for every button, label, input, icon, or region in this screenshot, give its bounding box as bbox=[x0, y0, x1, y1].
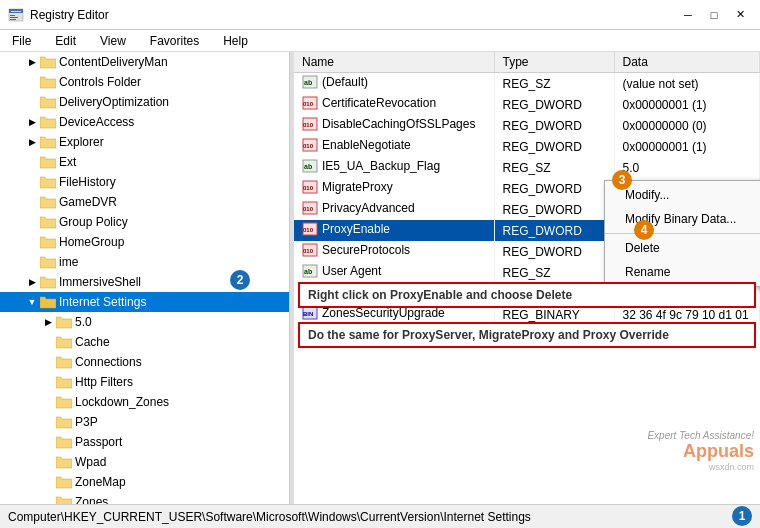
tree-item-connections[interactable]: Connections bbox=[0, 352, 289, 372]
folder-icon-50 bbox=[56, 315, 72, 329]
tree-item-zones[interactable]: Zones bbox=[0, 492, 289, 504]
folder-icon-ime bbox=[40, 255, 56, 269]
badge-1: 1 bbox=[732, 506, 752, 526]
arrow-immersiveshell: ▶ bbox=[24, 274, 40, 290]
title-bar: Registry Editor ─ □ ✕ bbox=[0, 0, 760, 30]
reg-name-label: IE5_UA_Backup_Flag bbox=[322, 159, 440, 173]
reg-name-cell: abIE5_UA_Backup_Flag bbox=[294, 157, 494, 178]
tree-label-deviceaccess: DeviceAccess bbox=[59, 115, 134, 129]
context-menu: Modify... Modify Binary Data... Delete R… bbox=[604, 180, 760, 287]
tree-label-lockdownzones: Lockdown_Zones bbox=[75, 395, 169, 409]
detail-panel: Name Type Data ab(Default)REG_SZ(value n… bbox=[294, 52, 760, 504]
tree-label-zones: Zones bbox=[75, 495, 108, 504]
reg-value-icon: 010MigrateProxy bbox=[302, 180, 393, 194]
tree-label-ime: ime bbox=[59, 255, 78, 269]
folder-icon-cache bbox=[56, 335, 72, 349]
reg-value-icon: 010ProxyEnable bbox=[302, 222, 390, 236]
table-row[interactable]: abIE5_UA_Backup_FlagREG_SZ5.0 bbox=[294, 157, 760, 178]
tree-item-delivery[interactable]: DeliveryOptimization bbox=[0, 92, 289, 112]
table-row[interactable]: 010DisableCachingOfSSLPagesREG_DWORD0x00… bbox=[294, 115, 760, 136]
table-row[interactable]: ab(Default)REG_SZ(value not set) bbox=[294, 73, 760, 95]
tree-label-immersiveshell: ImmersiveShell bbox=[59, 275, 141, 289]
tree-item-contentdelivery[interactable]: ▶ ContentDeliveryMan bbox=[0, 52, 289, 72]
tree-item-p3p[interactable]: P3P bbox=[0, 412, 289, 432]
arrow-contentdelivery: ▶ bbox=[24, 54, 40, 70]
svg-text:010: 010 bbox=[303, 248, 314, 254]
tree-item-deviceaccess[interactable]: ▶ DeviceAccess bbox=[0, 112, 289, 132]
tree-item-filehistory[interactable]: FileHistory bbox=[0, 172, 289, 192]
svg-rect-4 bbox=[10, 17, 18, 18]
maximize-button[interactable]: □ bbox=[702, 5, 726, 25]
tree-item-homegroup[interactable]: HomeGroup bbox=[0, 232, 289, 252]
minimize-button[interactable]: ─ bbox=[676, 5, 700, 25]
context-rename[interactable]: Rename bbox=[605, 260, 760, 284]
svg-text:ab: ab bbox=[304, 79, 312, 86]
tree-item-cache[interactable]: Cache bbox=[0, 332, 289, 352]
reg-data-cell: 0x00000001 (1) bbox=[614, 136, 760, 157]
tree-item-lockdownzones[interactable]: Lockdown_Zones bbox=[0, 392, 289, 412]
tree-item-zonemap[interactable]: ZoneMap bbox=[0, 472, 289, 492]
tree-item-controls[interactable]: Controls Folder bbox=[0, 72, 289, 92]
table-row[interactable]: 010CertificateRevocationREG_DWORD0x00000… bbox=[294, 94, 760, 115]
context-modify-binary[interactable]: Modify Binary Data... bbox=[605, 207, 760, 231]
svg-text:010: 010 bbox=[303, 185, 314, 191]
menu-edit[interactable]: Edit bbox=[51, 32, 80, 50]
reg-value-icon: 010CertificateRevocation bbox=[302, 96, 436, 110]
svg-text:010: 010 bbox=[303, 143, 314, 149]
reg-value-icon: ab(Default) bbox=[302, 75, 368, 89]
reg-value-icon: BINZonesSecurityUpgrade bbox=[302, 306, 445, 320]
folder-icon-filehistory bbox=[40, 175, 56, 189]
reg-type-cell: REG_SZ bbox=[494, 73, 614, 95]
tree-label-50: 5.0 bbox=[75, 315, 92, 329]
reg-value-icon: abUser Agent bbox=[302, 264, 381, 278]
tree-item-internetsettings[interactable]: ▼ Internet Settings bbox=[0, 292, 289, 312]
reg-type-cell: REG_DWORD bbox=[494, 220, 614, 241]
menu-view[interactable]: View bbox=[96, 32, 130, 50]
menu-favorites[interactable]: Favorites bbox=[146, 32, 203, 50]
reg-data-cell: 0x00000001 (1) bbox=[614, 94, 760, 115]
menu-help[interactable]: Help bbox=[219, 32, 252, 50]
folder-icon-zones bbox=[56, 495, 72, 504]
folder-icon-controls bbox=[40, 75, 56, 89]
tree-item-httpfilters[interactable]: Http Filters bbox=[0, 372, 289, 392]
watermark-logo: Appuals bbox=[683, 441, 754, 462]
reg-value-icon: 010PrivacyAdvanced bbox=[302, 201, 415, 215]
folder-icon-passport bbox=[56, 435, 72, 449]
watermark-area: Expert Tech Assistance! Appuals wsxdn.co… bbox=[580, 426, 760, 476]
reg-name-cell: 010CertificateRevocation bbox=[294, 94, 494, 115]
reg-name-label: User Agent bbox=[322, 264, 381, 278]
menu-file[interactable]: File bbox=[8, 32, 35, 50]
tree-item-gamedvr[interactable]: GameDVR bbox=[0, 192, 289, 212]
tree-label-cache: Cache bbox=[75, 335, 110, 349]
arrow-filehistory bbox=[24, 174, 40, 190]
close-button[interactable]: ✕ bbox=[728, 5, 752, 25]
context-separator bbox=[605, 233, 760, 234]
tree-item-passport[interactable]: Passport bbox=[0, 432, 289, 452]
arrow-connections bbox=[40, 354, 56, 370]
tree-item-50[interactable]: ▶ 5.0 bbox=[0, 312, 289, 332]
main-area: ▶ ContentDeliveryMan Controls Folder Del… bbox=[0, 52, 760, 504]
folder-icon-connections bbox=[56, 355, 72, 369]
svg-rect-3 bbox=[10, 15, 15, 16]
context-delete[interactable]: Delete bbox=[605, 236, 760, 260]
tree-item-wpad[interactable]: Wpad bbox=[0, 452, 289, 472]
arrow-homegroup bbox=[24, 234, 40, 250]
reg-name-label: SecureProtocols bbox=[322, 243, 410, 257]
tree-label-homegroup: HomeGroup bbox=[59, 235, 124, 249]
tree-item-ime[interactable]: ime bbox=[0, 252, 289, 272]
watermark-url: wsxdn.com bbox=[709, 462, 754, 472]
tree-item-grouppolicy[interactable]: Group Policy bbox=[0, 212, 289, 232]
table-row[interactable]: 010EnableNegotiateREG_DWORD0x00000001 (1… bbox=[294, 136, 760, 157]
annotation-box-1: Right click on ProxyEnable and choose De… bbox=[298, 282, 756, 308]
folder-icon-explorer bbox=[40, 135, 56, 149]
svg-text:ab: ab bbox=[304, 268, 312, 275]
reg-name-cell: 010ProxyEnable bbox=[294, 220, 494, 241]
reg-name-label: EnableNegotiate bbox=[322, 138, 411, 152]
annotation-text-1: Right click on ProxyEnable and choose De… bbox=[308, 288, 572, 302]
reg-name-label: DisableCachingOfSSLPages bbox=[322, 117, 475, 131]
tree-item-ext[interactable]: Ext bbox=[0, 152, 289, 172]
tree-item-explorer[interactable]: ▶ Explorer bbox=[0, 132, 289, 152]
tree-label-internetsettings: Internet Settings bbox=[59, 295, 146, 309]
tree-label-contentdelivery: ContentDeliveryMan bbox=[59, 55, 168, 69]
title-controls: ─ □ ✕ bbox=[676, 5, 752, 25]
